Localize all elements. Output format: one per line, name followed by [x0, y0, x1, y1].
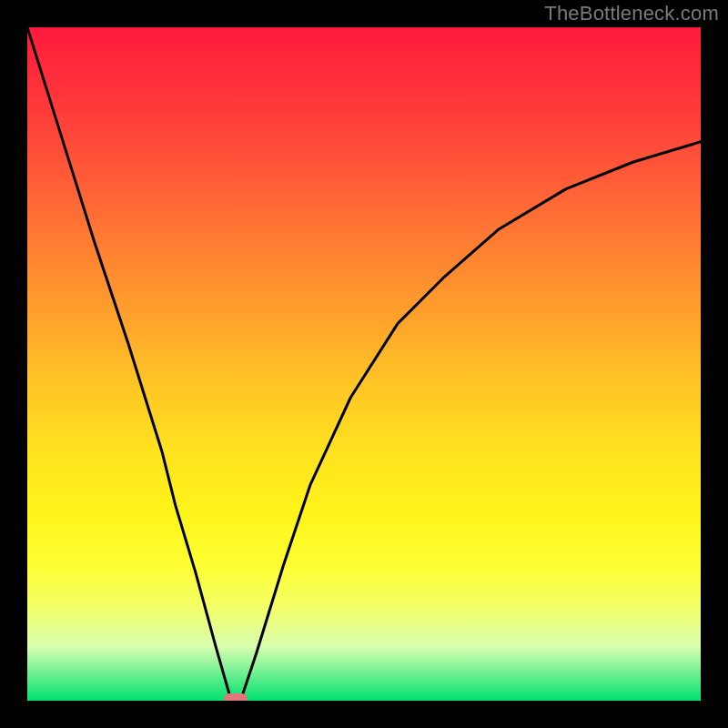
- plot-area: [27, 27, 701, 701]
- watermark-label: TheBottleneck.com: [544, 2, 719, 25]
- bottleneck-curve-path: [27, 27, 701, 701]
- bottleneck-curve: [27, 27, 701, 701]
- optimum-marker: [224, 693, 248, 701]
- chart-frame: TheBottleneck.com: [0, 0, 728, 728]
